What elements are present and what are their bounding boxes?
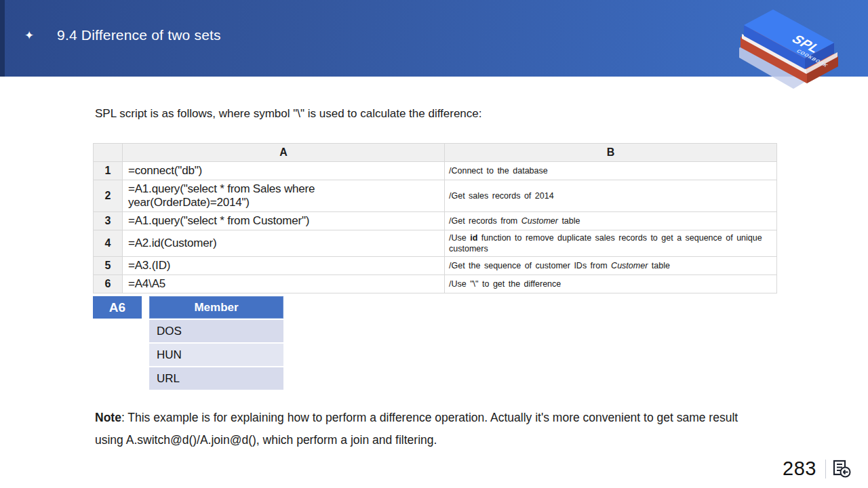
diamond-bullet-icon: ✦ — [24, 30, 34, 41]
note-body: : This example is for explaining how to … — [95, 411, 738, 447]
comment-cell: /Use "\" to get the difference — [445, 275, 777, 293]
corner-cell — [94, 144, 123, 162]
note-text: Note: This example is for explaining how… — [95, 407, 763, 451]
slide-header: ✦ 9.4 Difference of two sets SPL COOKBOO… — [0, 0, 868, 77]
spl-header-row: A B — [94, 144, 777, 162]
spl-row: 3=A1.query("select * from Customer")/Get… — [94, 212, 777, 230]
row-number: 1 — [94, 162, 123, 180]
footer-divider — [825, 460, 826, 479]
comment-cell: /Get sales records of 2014 — [445, 180, 777, 212]
spl-row: 1=connect("db")/Connect to the database — [94, 162, 777, 180]
comment-cell: /Get the sequence of customer IDs from C… — [445, 257, 777, 275]
page-title: 9.4 Difference of two sets — [57, 27, 221, 43]
cell-ref-badge: A6 — [93, 296, 142, 319]
column-header-a: A — [123, 144, 445, 162]
member-column: Member DOSHUNURL — [149, 296, 283, 390]
spl-cookbook-logo: SPL COOKBOOK — [739, 4, 856, 91]
comment-cell: /Connect to the database — [445, 162, 777, 180]
member-column-header: Member — [149, 296, 283, 319]
return-to-contents-icon[interactable] — [831, 459, 852, 479]
row-number: 3 — [94, 212, 123, 230]
header-left-edge — [0, 0, 5, 77]
page-number: 283 — [783, 458, 816, 480]
spl-script-table: A B 1=connect("db")/Connect to the datab… — [93, 143, 777, 293]
comment-cell: /Get records from Customer table — [445, 212, 777, 230]
row-number: 4 — [94, 230, 123, 257]
row-number: 2 — [94, 180, 123, 212]
member-row: DOS — [149, 320, 283, 342]
note-label: Note — [95, 411, 121, 424]
row-number: 6 — [94, 275, 123, 293]
spl-row: 4=A2.id(Customer)/Use id function to rem… — [94, 230, 777, 257]
spl-row: 2=A1.query("select * from Sales where ye… — [94, 180, 777, 212]
column-header-b: B — [445, 144, 777, 162]
code-cell: =A1.query("select * from Customer") — [123, 212, 445, 230]
code-cell: =A1.query("select * from Sales where yea… — [123, 180, 445, 212]
code-cell: =A3.(ID) — [123, 257, 445, 275]
row-number: 5 — [94, 257, 123, 275]
code-cell: =A2.id(Customer) — [123, 230, 445, 257]
member-row: HUN — [149, 344, 283, 366]
spl-row: 6=A4\A5/Use "\" to get the difference — [94, 275, 777, 293]
member-row: URL — [149, 367, 283, 390]
comment-cell: /Use id function to remove duplicate sal… — [445, 230, 777, 257]
code-cell: =A4\A5 — [123, 275, 445, 293]
spl-row: 5=A3.(ID)/Get the sequence of customer I… — [94, 257, 777, 275]
slide: ✦ 9.4 Difference of two sets SPL COOKBOO… — [0, 0, 868, 488]
code-cell: =connect("db") — [123, 162, 445, 180]
intro-text: SPL script is as follows, where symbol "… — [95, 107, 482, 121]
